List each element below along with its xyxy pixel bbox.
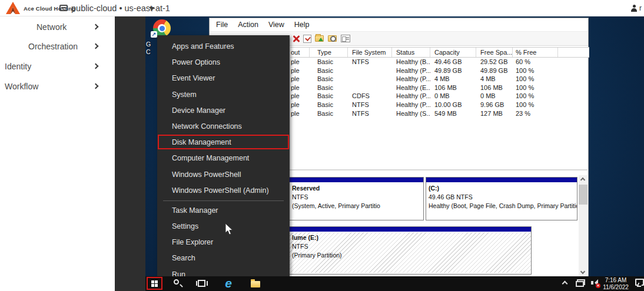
partition-e-drive[interactable]: lume (E:) NTFS (Primary Partition) [289, 226, 532, 275]
sidebar-item[interactable]: Identity [0, 61, 115, 73]
menu-help[interactable]: Help [294, 21, 310, 29]
internet-explorer-icon[interactable]: e [222, 276, 235, 289]
col-empty [558, 48, 589, 57]
table-row[interactable]: ple Basic Healthy (E... 106 MB 106 MB 10… [290, 83, 589, 92]
chevron-right-icon [93, 83, 99, 89]
fields-icon[interactable] [341, 35, 350, 42]
sidebar: Network Orchestration Identity Workflow [0, 16, 115, 291]
window-menubar: File Action View Help [210, 18, 588, 31]
partition-color-bar [426, 178, 577, 183]
context-menu-group1: Apps and Features Power Options Event Vi… [157, 39, 290, 199]
context-menu-group2: Task Manager Settings File Explorer Sear… [157, 203, 290, 283]
remote-desktop: ↗ G C File Action View Help out [145, 16, 644, 291]
context-menu-item[interactable]: Device Manager [157, 103, 290, 119]
col-layout[interactable]: out [290, 48, 310, 57]
task-view-icon[interactable] [195, 277, 208, 290]
sidebar-item[interactable]: Workflow [0, 81, 115, 93]
col-free-space[interactable]: Free Spa... [476, 48, 513, 57]
table-row[interactable]: ple Basic CDFS Healthy (P... 0 MB 0 MB 1… [290, 92, 589, 101]
taskbar-clock[interactable]: 7:16 AM 11/6/2022 [602, 277, 629, 290]
context-menu-separator [163, 200, 284, 201]
user-menu[interactable]: r [630, 4, 642, 12]
user-label: r [639, 4, 642, 12]
folder-up-icon[interactable] [315, 35, 324, 42]
topbar: Ace Cloud Hosting public-cloud • us-east… [0, 0, 644, 16]
menu-file[interactable]: File [216, 21, 228, 29]
letterbox-strip [115, 16, 145, 291]
context-menu-item[interactable]: Apps and Features [157, 39, 290, 55]
breadcrumb-caret-icon[interactable] [149, 7, 155, 11]
chrome-label-line2: C [146, 48, 157, 55]
delete-icon[interactable] [291, 34, 301, 44]
brand-logo-icon [5, 2, 21, 15]
context-menu-item[interactable]: Search [157, 250, 290, 266]
windows-logo-icon [151, 280, 158, 287]
table-row[interactable]: ple Basic NTFS Healthy (B... 49.46 GB 29… [290, 58, 589, 66]
table-header: out Type File System Status Capacity Fre… [290, 47, 589, 58]
winx-context-menu: Apps and Features Power Options Event Vi… [157, 35, 290, 291]
console-icon [59, 5, 68, 11]
user-icon [630, 5, 638, 12]
start-button[interactable] [147, 277, 162, 290]
chevron-right-icon [93, 44, 99, 49]
context-menu-item[interactable]: Settings [157, 219, 290, 235]
chrome-label-line1: G [146, 41, 157, 48]
col-status[interactable]: Status [392, 48, 430, 57]
table-row[interactable]: ple Basic Healthy (P... 4 MB 4 MB 100 % [290, 75, 589, 83]
col-pct-free[interactable]: % Free [513, 48, 558, 57]
col-file-system[interactable]: File System [348, 48, 392, 57]
context-menu-item[interactable]: Network Connections [157, 119, 290, 135]
file-explorer-icon[interactable] [249, 277, 262, 290]
context-menu-item[interactable]: Task Manager [157, 203, 290, 219]
partition-system-reserved[interactable]: Reserved NTFS (System, Active, Primary P… [289, 177, 424, 220]
scroll-up-icon[interactable] [579, 175, 587, 184]
context-menu-item[interactable]: Computer Management [157, 150, 290, 166]
sidebar-item[interactable]: Network [0, 21, 115, 34]
context-menu-item[interactable]: System [157, 87, 290, 103]
clock-time: 7:16 AM [602, 277, 629, 284]
network-status-icon[interactable] [577, 279, 585, 285]
table-row[interactable]: ple Basic NTFS Healthy (S... 549 MB 127 … [290, 109, 589, 118]
context-menu-item[interactable]: File Explorer [157, 235, 290, 250]
menu-action[interactable]: Action [238, 21, 258, 29]
clock-date: 11/6/2022 [602, 284, 629, 291]
scroll-down-icon[interactable] [579, 268, 587, 277]
properties-check-icon[interactable] [303, 35, 311, 43]
taskbar-search-icon[interactable] [171, 277, 184, 290]
scrollbar-thumb[interactable] [579, 185, 587, 205]
vertical-scrollbar[interactable] [579, 175, 587, 277]
annotation-highlight-disk-management [158, 135, 289, 149]
col-type[interactable]: Type [310, 48, 348, 57]
context-menu-item[interactable]: Power Options [157, 55, 290, 71]
folder-search-icon[interactable] [328, 35, 337, 42]
brand-name: Ace Cloud Hosting [24, 5, 75, 12]
partition-color-bar [290, 178, 423, 183]
context-menu-item[interactable]: Event Viewer [157, 71, 290, 86]
menu-view[interactable]: View [268, 21, 284, 29]
shortcut-arrow-icon: ↗ [151, 31, 157, 38]
chevron-right-icon [93, 63, 99, 69]
col-capacity[interactable]: Capacity [430, 48, 476, 57]
chevron-right-icon [93, 24, 99, 30]
volume-table: out Type File System Status Capacity Fre… [290, 47, 589, 118]
context-menu-item[interactable]: Windows PowerShell (Admin) [157, 183, 290, 199]
table-row[interactable]: ple Basic NTFS Healthy (P... 10.00 GB 9.… [290, 101, 589, 109]
volume-muted-icon[interactable]: × [591, 279, 600, 287]
taskbar: e × 7:16 AM 11/6/2022 [145, 276, 644, 291]
volume-rows: ple Basic NTFS Healthy (B... 49.46 GB 29… [290, 58, 589, 118]
tray-chevron-up-icon[interactable] [562, 281, 568, 287]
sidebar-item[interactable]: Orchestration [0, 41, 115, 53]
partition-color-bar [290, 227, 531, 232]
action-center-icon[interactable] [635, 279, 644, 286]
breadcrumb[interactable]: public-cloud • us-east-at-1 [71, 4, 170, 13]
screen: Ace Cloud Hosting public-cloud • us-east… [0, 0, 644, 291]
table-row[interactable]: ple Basic Healthy (P... 49.89 GB 49.89 G… [290, 66, 589, 75]
context-menu-item[interactable]: Windows PowerShell [157, 167, 290, 183]
mouse-cursor [225, 223, 234, 236]
partition-c-drive[interactable]: (C:) 49.46 GB NTFS Healthy (Boot, Page F… [426, 177, 577, 220]
